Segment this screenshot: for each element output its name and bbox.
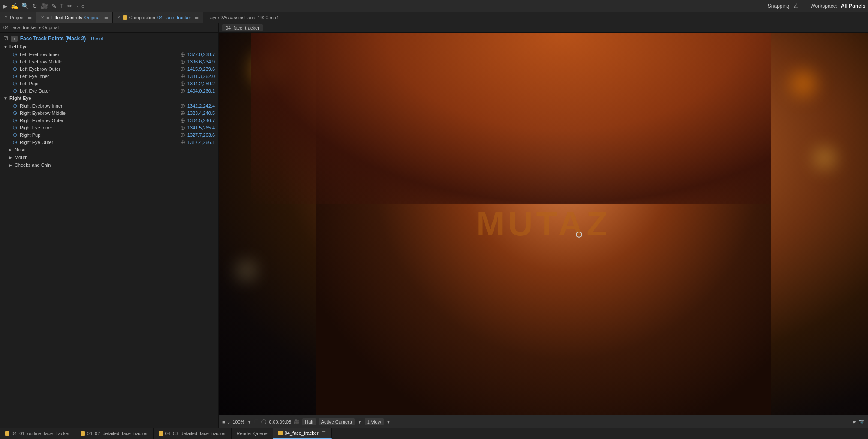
stopwatch-icon[interactable]: ◷ <box>13 139 17 145</box>
layer-label-area: Layer 2AssassinsParis_1920.mp4 <box>203 12 283 23</box>
item-name-right-eyebrow-middle: Right Eyebrow Middle <box>20 111 178 116</box>
effect-controls-menu-icon[interactable]: ☰ <box>104 15 108 20</box>
nose-group-header[interactable]: ► Nose <box>0 146 218 153</box>
right-eye-group-name: Right Eye <box>9 96 31 101</box>
reset-button[interactable]: Reset <box>91 36 103 41</box>
left-eye-group-header[interactable]: ▼ Left Eye <box>0 43 218 51</box>
tab04-menu-icon[interactable]: ☰ <box>322 430 326 435</box>
layer-label-text: Layer 2AssassinsParis_1920.mp4 <box>208 15 279 20</box>
comp-preview-options[interactable]: ☐ <box>254 419 259 424</box>
snapping-label: Snapping <box>768 3 790 9</box>
arrow-tool-icon[interactable]: ▶ <box>3 3 7 9</box>
crosshair-icon: ⨁ <box>181 132 185 137</box>
comp-playback-icon[interactable]: ■ <box>222 419 225 424</box>
item-name-left-eye-inner: Left Eye Inner <box>20 74 178 79</box>
stopwatch-icon[interactable]: ◷ <box>13 81 17 86</box>
stopwatch-icon[interactable]: ◷ <box>13 51 17 57</box>
left-eye-outer: ◷ Left Eye Outer ⨁ 1404.0,260.1 <box>0 87 218 94</box>
rotate-tool-icon[interactable]: ↻ <box>32 3 37 9</box>
brush-tool-icon[interactable]: ✏ <box>67 3 72 9</box>
comp-views-dropdown[interactable]: ▼ <box>386 419 391 424</box>
hand-tool-icon[interactable]: ✍ <box>11 3 18 9</box>
coords-left-eye-inner: 1381.3,262.0 <box>187 74 215 79</box>
bottom-tab-02[interactable]: 04_02_detailed_face_tracker <box>75 428 154 439</box>
bottom-tab-01[interactable]: 04_01_outline_face_tracker <box>0 428 75 439</box>
comp-camera-display[interactable]: Active Camera <box>319 418 355 425</box>
stopwatch-icon[interactable]: ◷ <box>13 88 17 93</box>
zoom-dropdown-icon[interactable]: ▼ <box>247 419 252 424</box>
pen-tool-icon[interactable]: ✎ <box>51 3 57 9</box>
coords-right-eyebrow-inner: 1342.2,242.4 <box>187 103 215 108</box>
tab03-label: 04_03_detailed_face_tracker <box>165 431 226 436</box>
coords-left-eyebrow-outer: 1415.9,239.6 <box>187 66 215 72</box>
item-name-left-eye-outer: Left Eye Outer <box>20 88 178 93</box>
right-pupil: ◷ Right Pupil ⨁ 1327.7,263.6 <box>0 131 218 138</box>
right-eye-outer: ◷ Right Eye Outer ⨁ 1317.4,266.1 <box>0 138 218 146</box>
stopwatch-icon[interactable]: ◷ <box>13 117 17 123</box>
comp-views-display[interactable]: 1 View <box>365 418 384 425</box>
bottom-tab-04-active[interactable]: 04_face_tracker ☰ <box>273 428 332 439</box>
tab01-label: 04_01_outline_face_tracker <box>12 431 70 436</box>
coords-right-eye-outer: 1317.4,266.1 <box>187 140 215 145</box>
stopwatch-icon[interactable]: ◷ <box>13 125 17 130</box>
project-tab[interactable]: ✕ Project ☰ <box>0 12 36 23</box>
cheeks-chin-group-header[interactable]: ► Cheeks and Chin <box>0 161 218 169</box>
stopwatch-icon[interactable]: ◷ <box>13 59 17 64</box>
coords-left-pupil: 1394.2,259.2 <box>187 81 215 86</box>
fx-toggle-checkbox[interactable]: ☑ <box>3 36 8 42</box>
stopwatch-icon[interactable]: ◷ <box>13 103 17 108</box>
snapping-icon[interactable]: ∠ <box>793 3 799 9</box>
bottom-tab-render[interactable]: Render Queue <box>232 428 273 439</box>
project-tab-close[interactable]: ✕ <box>4 15 8 20</box>
cheeks-chin-group-name: Cheeks and Chin <box>15 162 51 168</box>
comp-audio-icon[interactable]: ♪ <box>228 419 230 424</box>
left-pupil: ◷ Left Pupil ⨁ 1394.2,259.2 <box>0 80 218 87</box>
composition-tab[interactable]: ✕ Composition 04_face_tracker ☰ <box>113 12 203 23</box>
mouth-group-header[interactable]: ► Mouth <box>0 153 218 161</box>
comp-viewer-name: 04_face_tracker <box>222 24 263 31</box>
comp-camera-dropdown[interactable]: ▼ <box>357 419 362 424</box>
bottom-tab-03[interactable]: 04_03_detailed_face_tracker <box>154 428 232 439</box>
composition-menu-icon[interactable]: ☰ <box>195 15 199 20</box>
fx-title: Face Track Points (Mask 2) <box>20 36 86 42</box>
stopwatch-icon[interactable]: ◷ <box>13 132 17 138</box>
comp-snapshot-icon[interactable]: 📷 <box>859 419 865 424</box>
item-name-right-eyebrow-outer: Right Eyebrow Outer <box>20 118 178 123</box>
effect-controls-tab-label: Effect Controls <box>51 15 82 20</box>
zoom-tool-icon[interactable]: 🔍 <box>21 3 29 9</box>
camera-tool-icon[interactable]: 🎥 <box>41 3 48 9</box>
tab03-color <box>159 431 163 436</box>
left-eye-group-name: Left Eye <box>9 44 28 49</box>
stopwatch-icon[interactable]: ◷ <box>13 73 17 79</box>
comp-zoom-display[interactable]: 100% <box>232 419 244 424</box>
project-menu-icon[interactable]: ☰ <box>28 15 32 20</box>
comp-quality-display[interactable]: Half <box>302 418 316 425</box>
tab04-label: 04_face_tracker <box>285 430 319 436</box>
composition-viewer[interactable]: MUTAZ <box>219 33 868 415</box>
eraser-tool-icon[interactable]: ▫ <box>76 3 78 9</box>
tab01-color <box>5 431 9 436</box>
puppet-tool-icon[interactable]: ○ <box>81 3 85 9</box>
panels-tab-row: ✕ Project ☰ ✕ ■ Effect Controls Original… <box>0 12 868 23</box>
comp-render-icon[interactable]: ▶ <box>853 419 856 424</box>
portrait-hair <box>251 33 771 204</box>
right-eye-group-header[interactable]: ▼ Right Eye <box>0 94 218 102</box>
bottom-composition-tabs: 04_01_outline_face_tracker 04_02_detaile… <box>0 428 868 439</box>
cheeks-chin-arrow: ► <box>9 163 13 168</box>
effect-controls-tab[interactable]: ✕ ■ Effect Controls Original ☰ <box>36 12 113 23</box>
text-tool-icon[interactable]: T <box>60 3 64 9</box>
effect-controls-close[interactable]: ✕ <box>41 15 44 20</box>
crosshair-icon: ⨁ <box>181 118 185 123</box>
comp-camera-icon[interactable]: 🎥 <box>294 419 300 424</box>
right-eye-inner: ◷ Right Eye Inner ⨁ 1341.5,265.4 <box>0 124 218 131</box>
stopwatch-icon[interactable]: ◷ <box>13 66 17 72</box>
comp-time-display: 0:00:09:08 <box>269 419 291 424</box>
stopwatch-icon[interactable]: ◷ <box>13 110 17 116</box>
bokeh-light-3 <box>814 147 835 169</box>
tab02-label: 04_02_detailed_face_tracker <box>87 431 148 436</box>
composition-close[interactable]: ✕ <box>117 15 121 20</box>
mouth-arrow: ► <box>9 155 13 160</box>
coords-left-eyebrow-inner: 1377.0,238.7 <box>187 52 215 57</box>
crosshair-icon: ⨁ <box>181 111 185 115</box>
left-panel: 04_face_tracker ▸ Original ☑ fx Face Tra… <box>0 23 219 428</box>
